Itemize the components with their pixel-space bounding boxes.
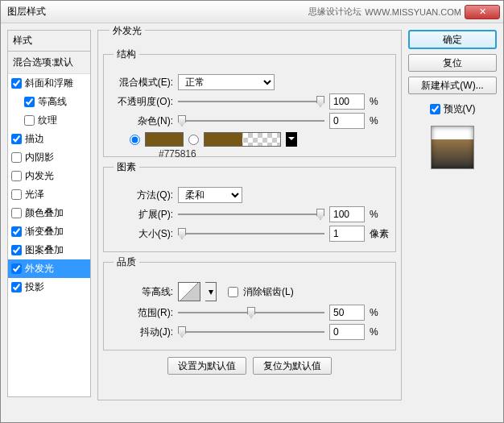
reset-default-button[interactable]: 复位为默认值: [253, 357, 332, 375]
style-item[interactable]: 外发光: [8, 259, 90, 278]
blend-mode-select[interactable]: 正常: [178, 74, 275, 90]
style-checkbox[interactable]: [11, 245, 22, 255]
style-checkbox[interactable]: [11, 78, 22, 89]
spread-input[interactable]: [329, 206, 365, 222]
opacity-unit: %: [370, 96, 389, 107]
noise-unit: %: [370, 115, 389, 126]
spread-label: 扩展(P):: [110, 208, 173, 222]
style-checkbox[interactable]: [11, 171, 22, 181]
style-checkbox[interactable]: [11, 134, 22, 144]
titlebar[interactable]: 图层样式 思缘设计论坛 WWW.MISSYUAN.COM ✕: [1, 1, 503, 23]
structure-group: 结构 混合模式(E): 正常 不透明度(O): % 杂色(N):: [103, 48, 396, 157]
style-label: 光泽: [25, 188, 44, 201]
style-label: 渐变叠加: [25, 225, 64, 238]
opacity-input[interactable]: [329, 93, 365, 110]
method-select[interactable]: 柔和: [178, 187, 242, 203]
noise-input[interactable]: [329, 113, 365, 129]
layer-style-dialog: 图层样式 思缘设计论坛 WWW.MISSYUAN.COM ✕ 样式 混合选项:默…: [0, 0, 504, 423]
range-label: 范围(R):: [110, 306, 173, 320]
blend-mode-label: 混合模式(E):: [110, 76, 173, 89]
style-label: 内发光: [25, 169, 54, 183]
style-checkbox[interactable]: [11, 282, 22, 292]
quality-group: 品质 等高线: ▾ 消除锯齿(L) 范围(R): % 抖动(J):: [103, 255, 396, 350]
preview-checkbox[interactable]: [430, 104, 440, 114]
style-item[interactable]: 等高线: [8, 93, 90, 111]
range-slider[interactable]: [178, 306, 324, 319]
gradient-radio[interactable]: [188, 135, 199, 145]
style-label: 描边: [25, 132, 44, 146]
style-item[interactable]: 图案叠加: [8, 241, 90, 259]
style-item[interactable]: 描边: [8, 130, 90, 148]
style-checkbox[interactable]: [24, 115, 35, 126]
style-item[interactable]: 光泽: [8, 185, 90, 204]
styles-header: 样式: [7, 30, 91, 51]
color-radio[interactable]: [130, 135, 140, 145]
contour-picker[interactable]: [178, 282, 200, 301]
style-item[interactable]: 内阴影: [8, 148, 90, 167]
dialog-title: 图层样式: [4, 5, 308, 19]
style-item[interactable]: 投影: [8, 278, 90, 297]
gradient-swatch[interactable]: [204, 132, 281, 147]
spread-unit: %: [370, 209, 389, 220]
right-panel: 确定 复位 新建样式(W)... 预览(V): [408, 30, 497, 416]
style-label: 斜面和浮雕: [25, 77, 73, 90]
style-checkbox[interactable]: [11, 208, 22, 218]
blend-options-item[interactable]: 混合选项:默认: [8, 52, 90, 74]
new-style-button[interactable]: 新建样式(W)...: [408, 77, 497, 94]
style-checkbox[interactable]: [11, 226, 22, 237]
quality-legend: 品质: [114, 255, 139, 269]
style-label: 图案叠加: [25, 243, 64, 257]
color-swatch[interactable]: [145, 132, 184, 147]
main-panel: 外发光 结构 混合模式(E): 正常 不透明度(O): % 杂色(N):: [97, 30, 402, 416]
contour-dropdown-icon[interactable]: ▾: [205, 282, 217, 301]
styles-list: 混合选项:默认 斜面和浮雕等高线纹理描边内阴影内发光光泽颜色叠加渐变叠加图案叠加…: [7, 51, 91, 397]
structure-legend: 结构: [114, 48, 139, 61]
make-default-button[interactable]: 设置为默认值: [167, 357, 246, 375]
style-label: 颜色叠加: [25, 206, 64, 220]
color-hex-label: #775816: [159, 148, 196, 160]
style-checkbox[interactable]: [24, 97, 35, 107]
size-input[interactable]: [329, 226, 365, 242]
opacity-slider[interactable]: [178, 95, 324, 108]
elements-group: 图素 方法(Q): 柔和 扩展(P): % 大小(S):: [103, 160, 396, 252]
style-item[interactable]: 颜色叠加: [8, 204, 90, 222]
preview-thumbnail: [431, 126, 474, 169]
style-label: 外发光: [25, 262, 54, 276]
antialias-label: 消除锯齿(L): [243, 285, 294, 299]
opacity-label: 不透明度(O):: [110, 95, 173, 109]
style-label: 等高线: [38, 95, 67, 109]
style-item[interactable]: 斜面和浮雕: [8, 74, 90, 93]
gradient-dropdown-icon[interactable]: [286, 132, 297, 147]
noise-label: 杂色(N):: [110, 114, 173, 128]
size-unit: 像素: [370, 227, 389, 241]
style-label: 内阴影: [25, 151, 54, 164]
style-checkbox[interactable]: [11, 189, 22, 200]
size-slider[interactable]: [178, 227, 324, 240]
jitter-input[interactable]: [329, 324, 365, 340]
preview-label: 预览(V): [444, 102, 476, 116]
contour-label: 等高线:: [110, 285, 173, 299]
style-checkbox[interactable]: [11, 263, 22, 274]
jitter-label: 抖动(J):: [110, 326, 173, 339]
style-checkbox[interactable]: [11, 152, 22, 163]
antialias-checkbox[interactable]: [228, 287, 238, 297]
close-button[interactable]: ✕: [465, 5, 500, 19]
jitter-slider[interactable]: [178, 326, 324, 338]
style-item[interactable]: 纹理: [8, 111, 90, 130]
size-label: 大小(S):: [110, 227, 173, 241]
range-unit: %: [370, 307, 389, 318]
style-label: 纹理: [38, 114, 57, 127]
style-item[interactable]: 渐变叠加: [8, 222, 90, 241]
range-input[interactable]: [329, 305, 365, 321]
elements-legend: 图素: [114, 160, 139, 174]
style-label: 投影: [25, 280, 44, 294]
cancel-button[interactable]: 复位: [408, 54, 497, 72]
brand-url: WWW.MISSYUAN.COM: [365, 7, 461, 17]
style-item[interactable]: 内发光: [8, 167, 90, 185]
noise-slider[interactable]: [178, 114, 324, 127]
styles-panel: 样式 混合选项:默认 斜面和浮雕等高线纹理描边内阴影内发光光泽颜色叠加渐变叠加图…: [7, 30, 91, 416]
method-label: 方法(Q):: [110, 189, 173, 202]
ok-button[interactable]: 确定: [408, 30, 497, 49]
jitter-unit: %: [370, 326, 389, 338]
spread-slider[interactable]: [178, 208, 324, 221]
